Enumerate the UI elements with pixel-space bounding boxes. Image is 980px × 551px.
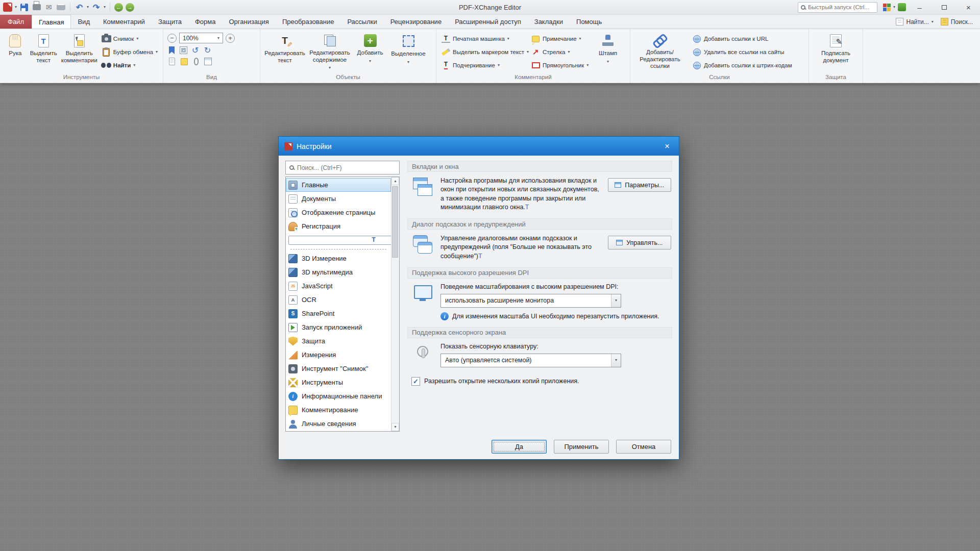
scan-icon[interactable] xyxy=(57,5,65,10)
selected-object-button[interactable]: Выделенное ▾ xyxy=(388,32,429,64)
remove-all-links-button[interactable]: Удалить все ссылки на сайты xyxy=(691,46,798,58)
tab-mailings[interactable]: Рассылки xyxy=(340,15,383,29)
edit-content-button[interactable]: Редактировать содержимое ▾ xyxy=(307,32,352,70)
clipboard-button[interactable]: Буфер обмена ▾ xyxy=(100,46,160,58)
settings-category-security[interactable]: Защита xyxy=(286,334,391,348)
settings-category-javascript[interactable]: JavaScript xyxy=(286,279,391,293)
dialog-titlebar[interactable]: Настройки × xyxy=(279,137,679,156)
customize-ui-icon[interactable] xyxy=(883,4,891,11)
comments-panel-button[interactable] xyxy=(181,58,188,65)
email-icon[interactable] xyxy=(44,3,54,12)
settings-category-general[interactable]: Главные xyxy=(286,178,391,192)
search-button[interactable]: Поиск... xyxy=(941,18,973,26)
scrollbar-thumb[interactable] xyxy=(392,186,398,258)
save-icon[interactable] xyxy=(20,4,28,11)
apply-button[interactable]: Применить xyxy=(554,440,609,454)
settings-search-box[interactable] xyxy=(285,161,400,174)
navigate-forward-icon[interactable]: → xyxy=(126,3,134,12)
tab-view[interactable]: Вид xyxy=(71,15,96,29)
find-tool-button[interactable]: Найти ▾ xyxy=(100,60,160,71)
tab-file[interactable]: Файл xyxy=(0,15,32,29)
tab-review[interactable]: Рецензирование xyxy=(384,15,448,29)
tab-protect[interactable]: Защита xyxy=(152,15,188,29)
settings-category-tools[interactable]: Инструменты xyxy=(286,375,391,389)
multi-copy-checkbox[interactable] xyxy=(411,377,420,386)
undo-icon[interactable] xyxy=(75,3,84,12)
tab-home[interactable]: Главная xyxy=(32,15,71,29)
settings-category-info-panels[interactable]: Информационные панели xyxy=(286,389,391,403)
scrollbar-track[interactable] xyxy=(391,185,399,423)
panes-button[interactable] xyxy=(204,58,212,65)
attachments-panel-button[interactable] xyxy=(194,58,199,65)
touch-keyboard-select[interactable]: Авто (управляется системой) ▾ xyxy=(440,354,621,367)
arrow-tool-button[interactable]: Стрелка ▾ xyxy=(529,46,590,58)
scroll-up-button[interactable]: ▴ xyxy=(391,177,399,185)
navigate-back-icon[interactable]: ← xyxy=(114,3,123,12)
edit-text-button[interactable]: Редактировать текст xyxy=(263,32,306,64)
sticky-note-button[interactable]: Примечание ▾ xyxy=(529,33,590,44)
dpi-scaling-select[interactable]: использовать расширение монитора ▾ xyxy=(440,294,621,308)
maximize-button[interactable] xyxy=(933,0,955,14)
manage-button[interactable]: Управлять... xyxy=(608,236,671,249)
tab-accessibility[interactable]: Расширенный доступ xyxy=(448,15,528,29)
tab-form[interactable]: Форма xyxy=(188,15,223,29)
settings-category-ocr[interactable]: OCR xyxy=(286,293,391,307)
page-layout-button[interactable] xyxy=(169,58,175,65)
settings-category-page-text[interactable]: Текст на странице xyxy=(286,233,391,247)
settings-category-identity[interactable]: Личные сведения xyxy=(286,417,391,431)
snapshot-button[interactable]: Снимок ▾ xyxy=(100,33,160,44)
quick-launch-search[interactable] xyxy=(798,2,877,13)
redo-icon[interactable] xyxy=(91,3,101,12)
highlight-text-button[interactable]: Выделить маркером текст ▾ xyxy=(439,46,525,58)
add-object-button[interactable]: Добавить ▾ xyxy=(353,32,387,63)
rectangle-tool-button[interactable]: Прямоугольник ▾ xyxy=(529,60,590,71)
settings-category-3d-measurement[interactable]: 3D Измерение xyxy=(286,252,391,265)
settings-category-measurements[interactable]: Измерения xyxy=(286,348,391,362)
category-list-scrollbar[interactable]: ▴ ▾ xyxy=(391,177,399,431)
print-icon[interactable] xyxy=(33,4,41,10)
dialog-close-button[interactable]: × xyxy=(655,137,679,156)
add-links-url-button[interactable]: Добавить ссылки к URL xyxy=(691,33,798,44)
zoom-out-button[interactable]: − xyxy=(167,34,177,43)
typewriter-button[interactable]: Печатная машинка ▾ xyxy=(439,33,525,44)
settings-search-input[interactable] xyxy=(297,164,396,171)
tab-bookmarks[interactable]: Закладки xyxy=(528,15,570,29)
minimize-button[interactable]: – xyxy=(908,0,931,14)
settings-category-documents[interactable]: Документы xyxy=(286,192,391,206)
rotate-cw-button[interactable] xyxy=(203,46,212,55)
find-button[interactable]: Найти... ▾ xyxy=(896,18,933,26)
add-links-barcode-button[interactable]: Добавить ссылки к штрих-кодам xyxy=(691,60,798,71)
ok-button[interactable]: Да xyxy=(492,440,547,454)
quick-launch-input[interactable] xyxy=(808,4,874,10)
tab-help[interactable]: Помощь xyxy=(570,15,608,29)
parameters-button[interactable]: Параметры... xyxy=(608,178,671,192)
page-thumbnails-button[interactable] xyxy=(180,46,187,54)
select-text-button[interactable]: Выделить текст xyxy=(29,32,59,64)
redo-chevron-icon[interactable]: ▾ xyxy=(104,5,106,9)
stamp-button[interactable]: Штамп ▾ xyxy=(594,32,622,64)
zoom-level-select[interactable]: 100% ▾ xyxy=(179,33,223,43)
chevron-down-icon[interactable]: ▾ xyxy=(15,5,17,9)
hand-tool-button[interactable]: Рука xyxy=(3,32,28,57)
add-edit-links-button[interactable]: Добавить/Редактировать ссылки xyxy=(633,32,687,70)
settings-category-snapshot-tool[interactable]: Инструмент "Снимок" xyxy=(286,362,391,375)
scroll-down-button[interactable]: ▾ xyxy=(391,423,399,431)
close-button[interactable]: × xyxy=(957,0,980,14)
cancel-button[interactable]: Отмена xyxy=(616,440,671,454)
zoom-in-button[interactable]: + xyxy=(226,34,235,43)
settings-category-sharepoint[interactable]: SharePoint xyxy=(286,307,391,320)
chevron-down-icon[interactable]: ▾ xyxy=(893,5,895,9)
settings-category-launch-applications[interactable]: Запуск приложений xyxy=(286,320,391,334)
settings-category-page-display[interactable]: Отображение страницы xyxy=(286,206,391,219)
sign-document-button[interactable]: Подписать документ xyxy=(815,32,857,64)
settings-category-commenting[interactable]: Комментирование xyxy=(286,403,391,417)
tab-convert[interactable]: Преобразование xyxy=(276,15,341,29)
settings-category-3d-multimedia[interactable]: 3D мультимедиа xyxy=(286,265,391,279)
tab-comment[interactable]: Комментарий xyxy=(96,15,152,29)
select-comments-button[interactable]: Выделить комментарии xyxy=(60,32,99,64)
undo-chevron-icon[interactable]: ▾ xyxy=(87,5,89,9)
rotate-ccw-button[interactable] xyxy=(191,46,200,55)
portal-icon[interactable] xyxy=(898,3,906,11)
underline-button[interactable]: Подчеркивание ▾ xyxy=(439,60,525,71)
tab-organize[interactable]: Организация xyxy=(222,15,275,29)
